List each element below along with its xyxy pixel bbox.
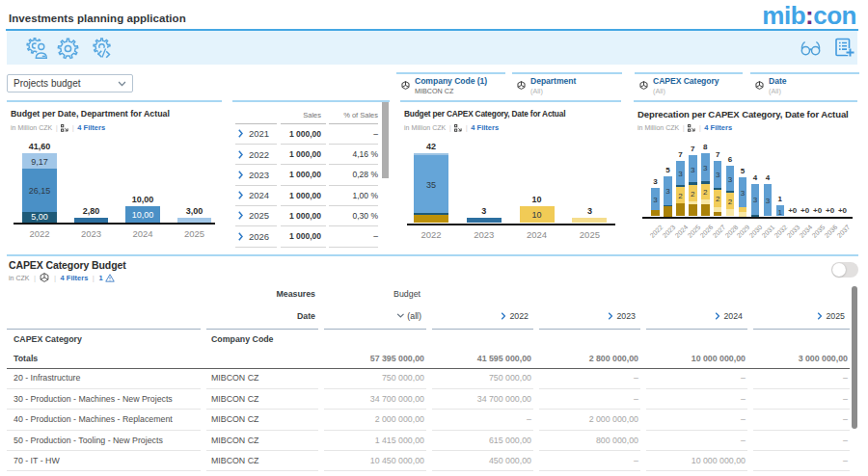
totals-value-text: 2 800 000,00 xyxy=(589,354,638,363)
cell-value-text: – xyxy=(843,394,848,404)
bar-segment-2023[interactable] xyxy=(74,218,109,223)
separator: | xyxy=(683,123,685,132)
header-underline xyxy=(235,123,277,124)
expand-chevron-icon[interactable] xyxy=(817,312,822,320)
bar-segment-label: 2 xyxy=(691,189,694,198)
table-scrollbar[interactable] xyxy=(382,102,389,178)
cell-value-text: 2 000 000,00 xyxy=(375,414,424,424)
date-member-2025-text: 2025 xyxy=(826,311,845,321)
bar-segment-2028[interactable] xyxy=(726,209,735,216)
row-year: 2024 xyxy=(249,190,269,200)
bar-segment-2025[interactable] xyxy=(689,201,697,204)
expand-chevron-icon[interactable] xyxy=(501,312,505,320)
dimension-cube-icon xyxy=(517,81,526,90)
add-form-icon[interactable] xyxy=(833,38,854,59)
totals-value-text: 57 395 000,00 xyxy=(370,354,424,363)
page-selector-dropdown[interactable]: Projects budget xyxy=(7,74,133,93)
bar-segment-2025[interactable] xyxy=(177,218,212,223)
expand-chevron-icon[interactable] xyxy=(238,129,243,138)
x-axis-label: 2023 xyxy=(661,224,676,239)
alert-count[interactable]: 1 xyxy=(98,274,102,282)
expand-chevron-icon[interactable] xyxy=(238,150,243,159)
bar-segment-2026[interactable] xyxy=(701,181,710,184)
table-toggle-switch[interactable] xyxy=(831,262,858,278)
dimension-cube-icon[interactable] xyxy=(40,273,49,282)
developer-settings-gear-icon[interactable] xyxy=(92,38,113,59)
expand-chevron-icon[interactable] xyxy=(608,312,612,320)
expand-chevron-icon[interactable] xyxy=(238,211,243,220)
expand-chevron-icon[interactable] xyxy=(238,171,243,179)
chart-title: Budget per Date, Department for Actual xyxy=(11,109,170,119)
bar-segment-2023[interactable] xyxy=(664,206,672,216)
filter-token-department[interactable]: Department(All) xyxy=(512,72,622,97)
chart-title: Deprecation per CAPEX Category, Date for… xyxy=(637,109,849,119)
reading-glasses-icon[interactable] xyxy=(800,40,822,62)
bar-segment-2028[interactable] xyxy=(726,191,735,193)
bar-segment-label: 3 xyxy=(753,196,757,204)
cell-value: – xyxy=(634,394,638,404)
x-axis-line xyxy=(407,224,615,225)
date-member-2022: 2022 xyxy=(501,311,529,321)
bar-segment-2022[interactable] xyxy=(414,215,448,224)
drill-icon[interactable] xyxy=(61,124,68,132)
bar-total-label: 3 xyxy=(587,206,592,216)
date-member-2023: 2023 xyxy=(608,311,636,321)
chart-filters-link[interactable]: 4 Filters xyxy=(471,123,499,132)
row-divider xyxy=(539,430,640,431)
bar-segment-2023[interactable] xyxy=(664,205,672,206)
bar-segment-2029[interactable] xyxy=(739,207,747,212)
filter-token-text: CAPEX Category(All) xyxy=(653,77,719,94)
bar-segment-2025[interactable] xyxy=(689,182,697,185)
bar-segment-2024[interactable] xyxy=(676,203,685,216)
bar-total-label: +0 xyxy=(800,206,809,215)
bar-segment-2027[interactable] xyxy=(714,212,722,216)
filter-token-date[interactable]: Date(All) xyxy=(750,72,859,97)
bar-segment-2024[interactable] xyxy=(676,185,685,187)
chart-filters-link[interactable]: 4 Filters xyxy=(704,123,732,132)
user-settings-gear-icon[interactable] xyxy=(26,38,47,59)
settings-gear-icon[interactable] xyxy=(57,38,78,59)
expand-chevron-icon[interactable] xyxy=(238,191,243,199)
bar-segment-label: 2 xyxy=(678,192,682,200)
bar-segment-2022[interactable] xyxy=(651,210,660,217)
warning-triangle-icon[interactable] xyxy=(105,274,115,282)
bar-segment-2029[interactable] xyxy=(739,212,747,217)
x-axis-label: 2025 xyxy=(686,224,701,239)
bar-segment-label: 3 xyxy=(653,196,657,204)
filter-token-capex-category[interactable]: CAPEX Category(All) xyxy=(635,72,743,97)
x-axis-label: 2025 xyxy=(184,228,204,239)
x-axis-label: 2023 xyxy=(81,228,101,239)
bar-segment-2030[interactable] xyxy=(751,215,760,217)
bar-total-label: 7 xyxy=(716,150,719,159)
measures-member-budget-text: Budget xyxy=(393,289,420,299)
row-divider xyxy=(539,450,640,451)
cell-value-text: 34 700 000,00 xyxy=(370,394,424,404)
cell-value: 34 700 000,00 xyxy=(477,394,531,404)
row-divider xyxy=(329,185,379,186)
table-vertical-scrollbar[interactable] xyxy=(852,286,857,429)
capex-filters-link[interactable]: 4 Filters xyxy=(61,274,89,282)
filter-token-company-code[interactable]: Company Code (1)MIBCON CZ xyxy=(396,72,505,97)
chart-filters-link[interactable]: 4 Filters xyxy=(77,123,105,132)
capex-table-subtitle: in CZK | | 4 Filters | 1 xyxy=(9,273,115,282)
bar-segment-2022[interactable] xyxy=(414,213,448,215)
bar-segment-label: 1 xyxy=(778,207,782,216)
bar-segment-2022[interactable] xyxy=(414,153,448,155)
bar-segment-2023[interactable] xyxy=(467,218,502,223)
bar-segment-2026[interactable] xyxy=(701,199,710,204)
bar-segment-2027[interactable] xyxy=(714,207,722,213)
bar-segment-2027[interactable] xyxy=(714,188,722,190)
bar-segment-2025[interactable] xyxy=(572,218,607,223)
bar-total-label: +0 xyxy=(838,206,847,215)
dimension-cube-icon xyxy=(639,81,648,90)
bar-segment-2026[interactable] xyxy=(701,204,710,217)
date-member-2022-text: 2022 xyxy=(509,311,529,321)
drill-icon[interactable] xyxy=(454,124,462,132)
page-selector-value: Projects budget xyxy=(14,78,81,89)
expand-chevron-icon[interactable] xyxy=(238,232,243,241)
expand-chevron-icon[interactable] xyxy=(715,312,719,320)
bar-segment-label: 3 xyxy=(766,197,770,205)
row-divider xyxy=(235,144,277,145)
bar-segment-2025[interactable] xyxy=(689,204,697,217)
drill-icon[interactable] xyxy=(688,124,695,132)
